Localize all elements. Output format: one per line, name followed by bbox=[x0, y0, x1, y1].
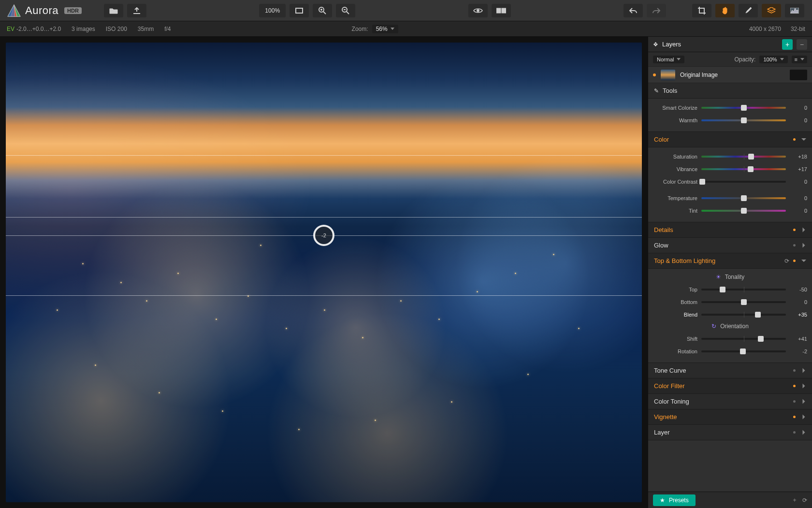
svg-rect-4 bbox=[296, 8, 303, 13]
remove-layer-button[interactable]: − bbox=[797, 39, 807, 50]
subhead-orientation: ↻Orientation bbox=[653, 321, 807, 333]
canvas-area[interactable]: -2 bbox=[0, 37, 648, 508]
slider-saturation[interactable]: Saturation +18 bbox=[653, 150, 807, 163]
right-panel: ❖ Layers + − Normal Opacity: 100% ≡ Orig… bbox=[648, 37, 812, 508]
slider-temperature[interactable]: Temperature 0 bbox=[653, 192, 807, 204]
layer-name-label: Original Image bbox=[680, 72, 718, 78]
section-body-tb-lighting: ☀Tonality Top -50 Bottom 0 Blend +35 ↻Or… bbox=[648, 269, 812, 363]
guide-line-upper[interactable] bbox=[6, 217, 642, 218]
layer-thumbnail bbox=[661, 70, 675, 80]
chevron-right-icon bbox=[803, 368, 805, 373]
app-logo-icon bbox=[7, 3, 21, 18]
layers-title: Layers bbox=[662, 41, 681, 48]
iso-info: ISO 200 bbox=[106, 26, 127, 32]
section-body-color: Saturation +18 Vibrance +17 Color Contra… bbox=[648, 147, 812, 222]
slider-rotation[interactable]: Rotation -2 bbox=[653, 345, 807, 358]
section-head-glow[interactable]: Glow bbox=[648, 238, 812, 253]
slider-vibrance[interactable]: Vibrance +17 bbox=[653, 163, 807, 175]
presets-button[interactable]: ★ Presets bbox=[653, 494, 696, 506]
layer-mask-thumbnail[interactable] bbox=[790, 70, 807, 80]
section-head-colorfilter[interactable]: Color Filter bbox=[648, 378, 812, 394]
star-icon: ★ bbox=[660, 497, 665, 504]
opacity-dropdown[interactable]: 100% bbox=[759, 56, 787, 63]
brush-tool-button[interactable] bbox=[739, 4, 758, 17]
edited-indicator-icon bbox=[793, 138, 796, 141]
crop-tool-button[interactable] bbox=[692, 4, 711, 17]
section-head-color[interactable]: Color bbox=[648, 132, 812, 147]
guide-line-top[interactable] bbox=[6, 155, 642, 156]
chevron-right-icon bbox=[803, 228, 805, 232]
open-button[interactable] bbox=[104, 4, 123, 17]
bitdepth-info: 32-bit bbox=[791, 26, 805, 32]
export-button[interactable] bbox=[127, 4, 146, 17]
fit-screen-button[interactable] bbox=[290, 4, 309, 17]
svg-rect-9 bbox=[502, 8, 506, 13]
section-head-vignette[interactable]: Vignette bbox=[648, 409, 812, 425]
edited-indicator-icon bbox=[793, 229, 796, 231]
zoom-info-group: Zoom: 56% bbox=[352, 25, 398, 33]
redo-button[interactable] bbox=[647, 4, 666, 17]
slider-shift[interactable]: Shift +41 bbox=[653, 333, 807, 345]
add-layer-button[interactable]: + bbox=[782, 39, 793, 50]
layers-tool-button[interactable] bbox=[762, 4, 781, 17]
reset-icon[interactable]: ⟳ bbox=[784, 258, 789, 264]
svg-point-7 bbox=[477, 9, 479, 12]
image-count: 3 images bbox=[72, 26, 95, 32]
preview-toggle-button[interactable] bbox=[468, 4, 488, 17]
layer-visibility-dot[interactable] bbox=[653, 73, 656, 76]
chevron-right-icon bbox=[803, 430, 805, 435]
chevron-down-icon bbox=[801, 260, 806, 262]
slider-blend[interactable]: Blend +35 bbox=[653, 308, 807, 321]
compare-button[interactable] bbox=[492, 4, 511, 17]
info-bar: EV-2.0…+0.0…+2.0 3 images ISO 200 35mm f… bbox=[0, 21, 812, 37]
section-head-tonecurve[interactable]: Tone Curve bbox=[648, 363, 812, 378]
app-badge: HDR bbox=[64, 7, 82, 14]
city-lights-overlay bbox=[6, 43, 642, 502]
canvas-image[interactable]: -2 bbox=[6, 43, 642, 502]
slider-bottom[interactable]: Bottom 0 bbox=[653, 296, 807, 308]
zoom-out-button[interactable] bbox=[336, 4, 355, 17]
blend-mode-dropdown[interactable]: Normal bbox=[653, 56, 684, 63]
section-head-tb-lighting[interactable]: Top & Bottom Lighting ⟳ bbox=[648, 253, 812, 269]
slider-top[interactable]: Top -50 bbox=[653, 283, 807, 296]
subhead-tonality: ☀Tonality bbox=[653, 272, 807, 283]
dimensions-info: 4000 x 2670 bbox=[749, 26, 781, 32]
histogram-button[interactable] bbox=[785, 4, 804, 17]
slider-smart-colorize[interactable]: Smart Colorize 0 bbox=[653, 102, 807, 114]
indicator-icon bbox=[793, 431, 796, 434]
presets-bar: ★ Presets ＋ ⟳ bbox=[648, 492, 812, 508]
section-head-layer[interactable]: Layer bbox=[648, 425, 812, 440]
layer-options-row: Normal Opacity: 100% ≡ bbox=[648, 52, 812, 67]
zoom-label: Zoom: bbox=[352, 26, 368, 32]
opacity-label: Opacity: bbox=[734, 56, 755, 63]
slider-tint[interactable]: Tint 0 bbox=[653, 204, 807, 217]
zoom-in-button[interactable] bbox=[313, 4, 332, 17]
slider-warmth[interactable]: Warmth 0 bbox=[653, 114, 807, 127]
edited-indicator-icon bbox=[793, 385, 796, 387]
slider-color-contrast[interactable]: Color Contrast 0 bbox=[653, 175, 807, 188]
chevron-right-icon bbox=[803, 415, 805, 420]
add-preset-button[interactable]: ＋ bbox=[792, 496, 798, 504]
svg-rect-8 bbox=[496, 8, 501, 13]
zoom-100-button[interactable]: 100% bbox=[259, 4, 286, 17]
chevron-right-icon bbox=[803, 243, 805, 248]
indicator-icon bbox=[793, 369, 796, 372]
indicator-icon bbox=[793, 244, 796, 247]
layer-menu-button[interactable]: ≡ bbox=[792, 56, 807, 63]
svg-marker-2 bbox=[8, 4, 15, 16]
edited-indicator-icon bbox=[793, 416, 796, 418]
section-head-details[interactable]: Details bbox=[648, 222, 812, 238]
top-toolbar: Aurora HDR 100% bbox=[0, 0, 812, 21]
layer-item-original[interactable]: Original Image bbox=[648, 67, 812, 83]
guide-line-lower[interactable] bbox=[6, 295, 642, 296]
orientation-icon: ↻ bbox=[711, 323, 716, 330]
section-head-tools[interactable]: ✎ Tools bbox=[648, 83, 812, 99]
zoom-dropdown[interactable]: 56% bbox=[372, 25, 398, 33]
chevron-right-icon bbox=[803, 384, 805, 389]
hand-tool-button[interactable] bbox=[715, 4, 735, 17]
refresh-presets-button[interactable]: ⟳ bbox=[802, 497, 807, 504]
indicator-icon bbox=[793, 400, 796, 403]
section-head-colortoning[interactable]: Color Toning bbox=[648, 394, 812, 409]
undo-button[interactable] bbox=[624, 4, 643, 17]
rotation-knob[interactable]: -2 bbox=[313, 225, 334, 246]
